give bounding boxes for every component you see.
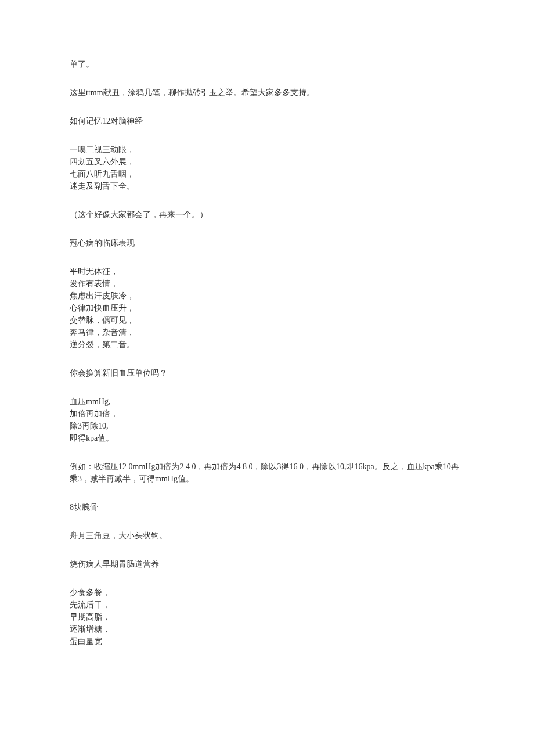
text-line: 四划五叉六外展， xyxy=(70,156,464,168)
text-line: 少食多餐， xyxy=(70,586,464,599)
paragraph: 少食多餐，先流后干，早期高脂，逐渐增糖，蛋白量宽 xyxy=(70,586,464,647)
text-line: 焦虑出汗皮肤冷， xyxy=(70,290,464,302)
text-line: 奔马律，杂音清， xyxy=(70,326,464,339)
text-line: 早期高脂， xyxy=(70,611,464,623)
paragraph: 舟月三角豆，大小头状钩。 xyxy=(70,530,464,542)
text-line: 先流后干， xyxy=(70,599,464,611)
paragraph: 例如：收缩压12 0mmHg加倍为2 4 0，再加倍为4 8 0，除以3得16 … xyxy=(70,460,464,485)
paragraph: 血压mmHg,加倍再加倍，除3再除10,即得kpa值。 xyxy=(70,395,464,444)
paragraph: 如何记忆12对脑神经 xyxy=(70,115,464,127)
paragraph: 单了。 xyxy=(70,58,464,70)
text-line: 冠心病的临床表现 xyxy=(70,237,464,249)
paragraph: 烧伤病人早期胃肠道营养 xyxy=(70,558,464,570)
text-line: 8块腕骨 xyxy=(70,501,464,513)
text-line: 你会换算新旧血压单位吗？ xyxy=(70,367,464,379)
text-line: 逐渐增糖， xyxy=(70,623,464,635)
paragraph: 你会换算新旧血压单位吗？ xyxy=(70,367,464,379)
text-line: 这里ttmm献丑，涂鸦几笔，聊作抛砖引玉之举。希望大家多多支持。 xyxy=(70,87,464,99)
text-line: 烧伤病人早期胃肠道营养 xyxy=(70,558,464,570)
text-line: 心律加快血压升， xyxy=(70,302,464,314)
paragraph: 一嗅二视三动眼，四划五叉六外展，七面八听九舌咽，迷走及副舌下全。 xyxy=(70,143,464,192)
text-line: 单了。 xyxy=(70,58,464,70)
paragraph: （这个好像大家都会了，再来一个。） xyxy=(70,208,464,221)
text-line: 蛋白量宽 xyxy=(70,635,464,647)
paragraph: 这里ttmm献丑，涂鸦几笔，聊作抛砖引玉之举。希望大家多多支持。 xyxy=(70,87,464,99)
text-line: 七面八听九舌咽， xyxy=(70,168,464,180)
document-page: 单了。这里ttmm献丑，涂鸦几笔，聊作抛砖引玉之举。希望大家多多支持。如何记忆1… xyxy=(0,0,534,699)
paragraph: 平时无体征，发作有表情，焦虑出汗皮肤冷，心律加快血压升，交替脉，偶可见，奔马律，… xyxy=(70,265,464,351)
paragraph: 8块腕骨 xyxy=(70,501,464,513)
text-line: 迷走及副舌下全。 xyxy=(70,180,464,192)
text-line: （这个好像大家都会了，再来一个。） xyxy=(70,208,464,221)
text-line: 加倍再加倍， xyxy=(70,408,464,420)
text-line: 逆分裂，第二音。 xyxy=(70,339,464,351)
text-line: 即得kpa值。 xyxy=(70,432,464,444)
text-line: 舟月三角豆，大小头状钩。 xyxy=(70,530,464,542)
text-line: 发作有表情， xyxy=(70,278,464,290)
text-line: 除3再除10, xyxy=(70,420,464,432)
paragraph: 冠心病的临床表现 xyxy=(70,237,464,249)
text-line: 如何记忆12对脑神经 xyxy=(70,115,464,127)
text-line: 血压mmHg, xyxy=(70,395,464,408)
text-line: 平时无体征， xyxy=(70,265,464,278)
text-line: 一嗅二视三动眼， xyxy=(70,143,464,156)
document-content: 单了。这里ttmm献丑，涂鸦几笔，聊作抛砖引玉之举。希望大家多多支持。如何记忆1… xyxy=(70,58,464,647)
text-line: 例如：收缩压12 0mmHg加倍为2 4 0，再加倍为4 8 0，除以3得16 … xyxy=(70,460,464,485)
text-line: 交替脉，偶可见， xyxy=(70,314,464,326)
